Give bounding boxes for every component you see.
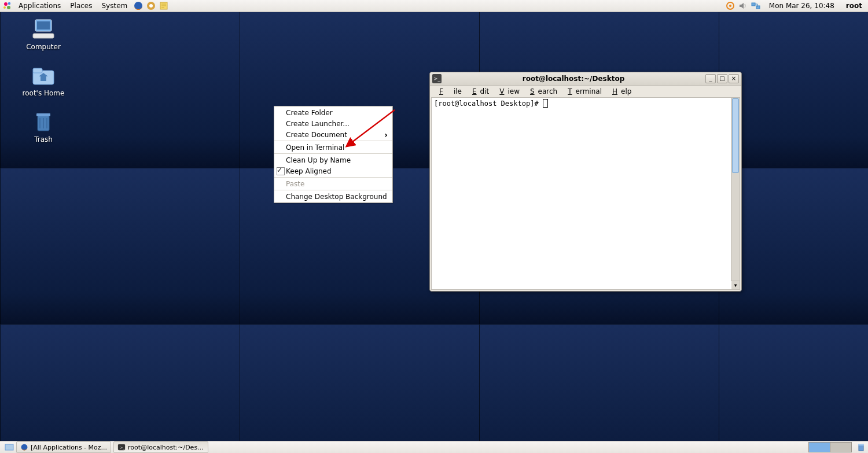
svg-rect-24 (859, 445, 863, 451)
terminal-scrollbar[interactable]: ▾ (731, 98, 740, 281)
network-icon[interactable] (751, 1, 761, 11)
clock[interactable]: Mon Mar 26, 10:48 (763, 2, 840, 10)
desktop-icon-label: Computer (17, 43, 69, 51)
window-titlebar[interactable]: >_ root@localhost:~/Desktop _ □ × (430, 72, 741, 86)
applications-menu[interactable]: Applications (15, 2, 64, 10)
svg-rect-11 (756, 6, 760, 9)
home-folder-icon (30, 64, 57, 87)
ctx-keep-aligned-label: Keep Aligned (286, 167, 332, 175)
desktop-icons-area: Computer root's Home Trash (17, 17, 69, 143)
svg-text:>_: >_ (120, 445, 126, 450)
launcher-icon-2[interactable] (146, 1, 156, 11)
ctx-open-in-terminal[interactable]: Open in Terminal (274, 142, 392, 153)
notification-icon[interactable] (725, 1, 735, 11)
svg-point-6 (149, 4, 153, 8)
ctx-keep-aligned[interactable]: Keep Aligned (274, 165, 392, 176)
ctx-create-document[interactable]: Create Document (274, 129, 392, 140)
svg-rect-25 (858, 444, 864, 445)
ctx-change-background[interactable]: Change Desktop Background (274, 191, 392, 202)
workspace-2[interactable] (830, 443, 851, 452)
menu-file[interactable]: File (432, 87, 465, 95)
svg-point-3 (3, 6, 6, 9)
workspace-switcher[interactable] (808, 442, 852, 452)
desktop-icon-label: Trash (17, 135, 69, 143)
computer-icon (30, 17, 57, 40)
window-close-button[interactable]: × (729, 74, 739, 83)
ctx-paste: Paste (274, 178, 392, 189)
svg-rect-18 (36, 113, 50, 116)
trash-icon (30, 110, 57, 133)
ctx-create-launcher[interactable]: Create Launcher... (274, 118, 392, 129)
taskbar-button-label: root@localhost:~/Des... (128, 444, 204, 451)
svg-rect-16 (33, 68, 42, 73)
window-title: root@localhost:~/Desktop (444, 75, 703, 83)
top-panel: Applications Places System Mon Mar 26, 1… (0, 0, 868, 12)
ctx-clean-up[interactable]: Clean Up by Name (274, 154, 392, 165)
desktop-icon-label: root's Home (17, 89, 69, 97)
firefox-launcher-icon[interactable] (133, 1, 144, 11)
svg-rect-13 (37, 21, 50, 30)
svg-point-9 (729, 5, 731, 7)
bottom-panel: [All Applications - Moz... >_ root@local… (0, 441, 868, 453)
menu-search[interactable]: Search (523, 87, 561, 95)
svg-point-0 (4, 2, 8, 6)
taskbar-button-terminal[interactable]: >_ root@localhost:~/Des... (113, 441, 208, 453)
desktop-icon-trash[interactable]: Trash (17, 110, 69, 143)
workspace-1[interactable] (809, 443, 830, 452)
menu-terminal[interactable]: Terminal (561, 87, 605, 95)
show-desktop-button[interactable] (5, 443, 14, 452)
trash-applet-icon[interactable] (856, 443, 866, 452)
window-minimize-button[interactable]: _ (705, 74, 716, 83)
menu-view[interactable]: View (492, 87, 523, 95)
terminal-prompt: [root@localhost Desktop]# (434, 100, 543, 108)
terminal-icon: >_ (117, 443, 126, 451)
desktop-icon-home[interactable]: root's Home (17, 64, 69, 97)
user-menu[interactable]: root (843, 2, 866, 10)
terminal-body[interactable]: [root@localhost Desktop]# ▾ (431, 97, 740, 290)
firefox-icon (20, 443, 28, 451)
svg-point-2 (7, 6, 10, 9)
terminal-icon: >_ (432, 74, 442, 83)
scrollbar-down-button[interactable]: ▾ (731, 281, 740, 289)
terminal-menubar: File Edit View Search Terminal Help (430, 86, 741, 97)
gnome-foot-icon (2, 1, 13, 11)
scrollbar-thumb[interactable] (732, 98, 739, 173)
window-maximize-button[interactable]: □ (717, 74, 727, 83)
checkbox-checked-icon (277, 167, 285, 175)
system-menu[interactable]: System (98, 2, 131, 10)
menu-edit[interactable]: Edit (465, 87, 492, 95)
volume-icon[interactable] (738, 1, 748, 11)
desktop-icon-computer[interactable]: Computer (17, 17, 69, 51)
places-menu[interactable]: Places (67, 2, 95, 10)
desktop-context-menu: Create Folder Create Launcher... Create … (274, 106, 393, 203)
notes-launcher-icon[interactable] (159, 1, 169, 11)
menu-help[interactable]: Help (605, 87, 635, 95)
svg-rect-10 (752, 3, 755, 6)
terminal-window: >_ root@localhost:~/Desktop _ □ × File E… (429, 72, 742, 292)
taskbar-button-label: [All Applications - Moz... (31, 444, 107, 451)
svg-rect-20 (5, 444, 13, 450)
svg-point-1 (8, 2, 10, 5)
terminal-cursor (543, 99, 548, 108)
svg-rect-14 (33, 34, 54, 38)
ctx-create-folder[interactable]: Create Folder (274, 107, 392, 118)
taskbar-button-firefox[interactable]: [All Applications - Moz... (16, 441, 111, 453)
